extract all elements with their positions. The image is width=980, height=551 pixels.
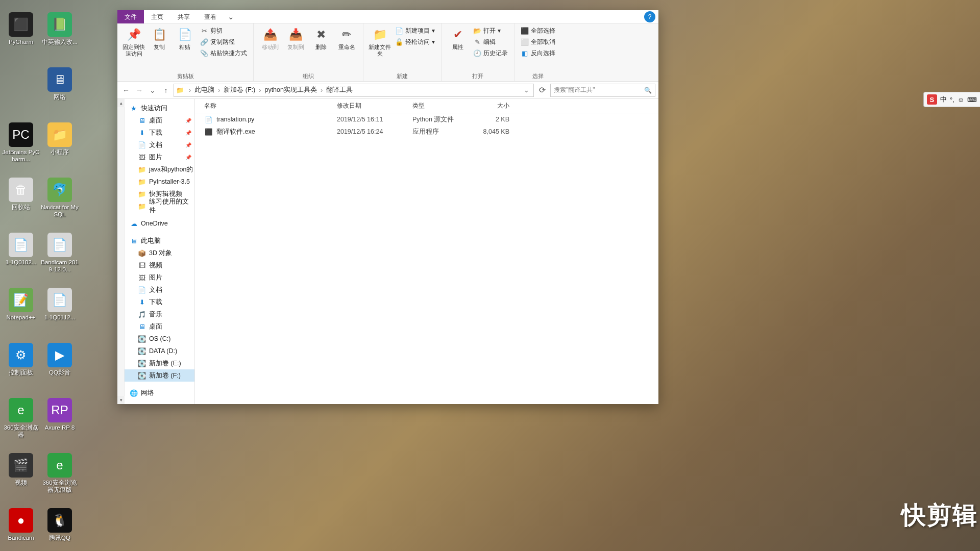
col-type[interactable]: 类型 xyxy=(412,102,474,110)
desktop-icon[interactable]: e360安全浏览器 xyxy=(2,398,40,449)
ime-toolbar[interactable]: S 中 °, ☺ ⌨ xyxy=(923,92,980,107)
paste-button[interactable]: 📄粘贴 xyxy=(173,26,197,52)
desktop-icon[interactable]: 📁小程序 xyxy=(41,122,79,173)
desktop-icon[interactable]: e360安全浏览器无痕版 xyxy=(41,453,79,504)
new-item-button[interactable]: 📄新建项目 ▾ xyxy=(393,26,437,36)
sidebar-item[interactable]: 💽DATA (D:) xyxy=(125,345,194,357)
desktop-icon[interactable]: 🖥网络 xyxy=(41,67,79,118)
chevron-right-icon[interactable]: › xyxy=(319,87,324,94)
desktop-icon[interactable]: 📄1-1Q0102... xyxy=(2,233,40,284)
scroll-up-icon[interactable]: ▴ xyxy=(117,99,125,107)
nav-forward-button[interactable]: → xyxy=(134,85,145,96)
select-none-button[interactable]: ⬜全部取消 xyxy=(519,37,557,47)
edit-button[interactable]: ✎编辑 xyxy=(471,37,510,47)
ime-emoji-icon[interactable]: ☺ xyxy=(958,96,964,104)
sidebar-item[interactable]: 🖼图片 xyxy=(125,271,194,284)
desktop-icon[interactable]: 📄1-1Q0112... xyxy=(41,288,79,339)
file-row[interactable]: 📄translation.py2019/12/5 16:11Python 源文件… xyxy=(195,113,658,126)
desktop-icon[interactable]: PCJetBrains PyCharm... xyxy=(2,122,40,173)
chevron-right-icon[interactable]: › xyxy=(216,87,222,94)
sidebar-item[interactable]: 🖥桌面 xyxy=(125,320,194,333)
file-row[interactable]: ⬛翻译软件.exe2019/12/5 16:24应用程序8,045 KB xyxy=(195,126,658,138)
sidebar-item[interactable]: 📦3D 对象 xyxy=(125,247,194,259)
desktop-icon[interactable]: 📄Bandicam 2019-12-0... xyxy=(41,233,79,284)
sidebar-onedrive[interactable]: ☁OneDrive xyxy=(125,217,194,230)
ime-keyboard-icon[interactable]: ⌨ xyxy=(967,96,977,104)
sidebar-quick-access[interactable]: ★快速访问 xyxy=(125,102,194,114)
pin-quickaccess-button[interactable]: 📌固定到快速访问 xyxy=(121,26,146,58)
sidebar-network[interactable]: 🌐网络 xyxy=(125,387,194,399)
tab-home[interactable]: 主页 xyxy=(144,10,170,23)
chevron-right-icon[interactable]: › xyxy=(257,87,262,94)
refresh-button[interactable]: ⟳ xyxy=(536,85,548,95)
open-button[interactable]: 📂打开 ▾ xyxy=(471,26,510,36)
help-icon[interactable]: ? xyxy=(644,11,655,22)
col-name[interactable]: 名称 xyxy=(204,102,337,110)
desktop-icon[interactable]: 🗑回收站 xyxy=(2,178,40,229)
crumb-thispc[interactable]: 此电脑 xyxy=(193,86,215,94)
copy-button[interactable]: 📋复制 xyxy=(147,26,172,52)
sidebar-scrollbar[interactable]: ▴ ▾ xyxy=(117,99,125,404)
desktop-icon[interactable]: 📗中英输入改... xyxy=(41,12,79,63)
new-folder-button[interactable]: 📁新建文件夹 xyxy=(368,26,392,58)
desktop-icon[interactable]: 🐧腾讯QQ xyxy=(41,508,79,551)
desktop-icon[interactable]: RPAxure RP 8 xyxy=(41,398,79,449)
pin-icon: 📌 xyxy=(126,27,142,43)
sidebar-item[interactable]: 🖥桌面📌 xyxy=(125,114,194,127)
sidebar-item[interactable]: ⬇下载 xyxy=(125,296,194,308)
ime-punct-icon[interactable]: °, xyxy=(950,96,954,104)
desktop-icon[interactable]: ⬛PyCharm xyxy=(2,12,40,63)
copy-path-button[interactable]: 🔗复制路径 xyxy=(198,37,249,47)
sidebar-item[interactable]: 📁PyInstaller-3.5 xyxy=(125,176,194,188)
tab-file[interactable]: 文件 xyxy=(117,10,144,23)
delete-button[interactable]: ✖删除 xyxy=(309,26,333,52)
invert-select-button[interactable]: ◧反向选择 xyxy=(519,48,557,58)
nav-up-button[interactable]: ↑ xyxy=(160,85,172,96)
crumb-folder2[interactable]: 翻译工具 xyxy=(325,86,354,94)
desktop-icon[interactable]: 🐬Navicat for MySQL xyxy=(41,178,79,229)
ime-language[interactable]: 中 xyxy=(940,95,947,104)
rename-button[interactable]: ✏重命名 xyxy=(334,26,359,52)
paste-shortcut-button[interactable]: 📎粘贴快捷方式 xyxy=(198,48,249,58)
ribbon-minimize[interactable]: ⌄ xyxy=(224,12,238,21)
sidebar-item[interactable]: 💽OS (C:) xyxy=(125,333,194,345)
crumb-drive[interactable]: 新加卷 (F:) xyxy=(223,86,256,94)
tab-share[interactable]: 共享 xyxy=(170,10,197,23)
copyto-button[interactable]: 📥复制到 xyxy=(283,26,308,52)
chevron-right-icon[interactable]: › xyxy=(187,87,192,94)
sidebar-item[interactable]: ⬇下载📌 xyxy=(125,127,194,139)
desktop-icon[interactable]: ▶QQ影音 xyxy=(41,343,79,394)
select-all-button[interactable]: ⬛全部选择 xyxy=(519,26,557,36)
nav-recent-dropdown[interactable]: ⌄ xyxy=(147,85,158,96)
breadcrumb-bar[interactable]: 📁 › 此电脑 › 新加卷 (F:) › python实现工具类 › 翻译工具 … xyxy=(174,84,534,97)
folder-icon: 📁 xyxy=(138,178,146,186)
sidebar-item[interactable]: 🎞视频 xyxy=(125,259,194,271)
moveto-button[interactable]: 📤移动到 xyxy=(258,26,282,52)
desktop-icon[interactable]: 🎬视频 xyxy=(2,453,40,504)
sidebar-item[interactable]: 📁练习使用的文件 xyxy=(125,200,194,212)
address-dropdown[interactable]: ⌄ xyxy=(522,86,531,94)
sidebar-thispc[interactable]: 🖥此电脑 xyxy=(125,235,194,247)
sidebar-item[interactable]: 📄文档 xyxy=(125,284,194,296)
sidebar-item[interactable]: 🎵音乐 xyxy=(125,308,194,320)
sidebar-item[interactable]: 🖼图片📌 xyxy=(125,151,194,163)
col-size[interactable]: 大小 xyxy=(474,102,520,110)
sidebar-item[interactable]: 📄文档📌 xyxy=(125,139,194,151)
sidebar-item[interactable]: 💽新加卷 (E:) xyxy=(125,357,194,369)
desktop-icon[interactable]: ●Bandicam xyxy=(2,508,40,551)
sidebar-item[interactable]: 💽新加卷 (F:) xyxy=(125,369,194,382)
cut-button[interactable]: ✂剪切 xyxy=(198,26,249,36)
desktop-icon[interactable]: 📝Notepad++ xyxy=(2,288,40,339)
icon-label: Navicat for MySQL xyxy=(41,204,79,218)
desktop-icon[interactable]: ⚙控制面板 xyxy=(2,343,40,394)
easy-access-button[interactable]: 🔓轻松访问 ▾ xyxy=(393,37,437,47)
history-button[interactable]: 🕘历史记录 xyxy=(471,48,510,58)
crumb-folder1[interactable]: python实现工具类 xyxy=(263,86,318,94)
properties-button[interactable]: ✔属性 xyxy=(446,26,470,52)
scroll-down-icon[interactable]: ▾ xyxy=(117,396,125,404)
search-input[interactable]: 搜索"翻译工具" 🔍 xyxy=(550,84,655,97)
sidebar-item[interactable]: 📁java和python的 xyxy=(125,163,194,176)
tab-view[interactable]: 查看 xyxy=(197,10,224,23)
col-date[interactable]: 修改日期 xyxy=(337,102,412,110)
nav-back-button[interactable]: ← xyxy=(120,85,132,96)
